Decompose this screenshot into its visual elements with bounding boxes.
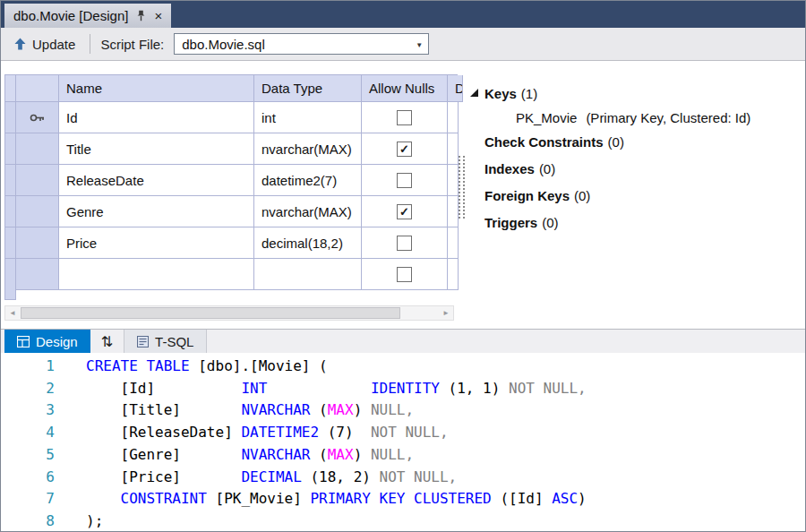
context-section[interactable]: Keys(1) [468, 80, 800, 107]
context-child-item[interactable]: PK_Movie(Primary Key, Clustered: Id) [468, 107, 800, 128]
combo-dropdown-icon[interactable]: ▼ [416, 41, 423, 49]
expander-icon[interactable] [468, 215, 484, 229]
code-token [86, 490, 121, 507]
scrollbar-thumb[interactable] [21, 307, 400, 319]
column-header-name[interactable]: Name [59, 75, 254, 102]
pane-splitter-grip[interactable] [459, 156, 465, 219]
line-number: 8 [1, 511, 55, 532]
code-line[interactable]: 2 [Id] INT IDENTITY (1, 1) NOT NULL, [1, 378, 805, 400]
table-row: Genrenvarchar(MAX)✓ [5, 196, 458, 227]
swap-panes-button[interactable]: ⇅ [90, 330, 124, 353]
column-name-cell[interactable]: ReleaseDate [59, 165, 254, 196]
allow-nulls-checkbox[interactable] [397, 110, 412, 125]
code-token: NOT NULL, [380, 468, 458, 485]
code-line[interactable]: 4 [ReleaseDate] DATETIME2 (7) NOT NULL, [1, 422, 805, 444]
tab-design[interactable]: Design [4, 330, 90, 353]
pin-icon[interactable] [136, 10, 146, 21]
allow-nulls-cell[interactable] [362, 227, 448, 259]
data-type-cell[interactable]: decimal(18,2) [254, 227, 362, 259]
allow-nulls-cell[interactable] [362, 102, 448, 133]
design-surface: Name Data Type Allow Nulls Default Idint… [1, 61, 805, 329]
code-token: NVARCHAR [241, 401, 310, 418]
document-tab[interactable]: dbo.Movie [Design] × [4, 4, 171, 28]
context-section-count: (0) [608, 134, 624, 150]
expander-icon[interactable] [468, 134, 484, 149]
row-margin-cell [5, 227, 16, 259]
code-line[interactable]: 7 CONSTRAINT [PK_Movie] PRIMARY KEY CLUS… [1, 488, 805, 511]
allow-nulls-checkbox[interactable]: ✓ [397, 204, 412, 219]
context-section[interactable]: Check Constraints(0) [468, 128, 800, 155]
tsql-editor[interactable]: 1CREATE TABLE [dbo].[Movie] (2 [Id] INT … [1, 353, 805, 532]
script-file-label: Script File: [100, 37, 164, 52]
data-type-cell[interactable]: nvarchar(MAX) [254, 196, 362, 227]
code-text: [ReleaseDate] DATETIME2 (7) NOT NULL, [55, 422, 449, 444]
allow-nulls-cell[interactable] [362, 165, 448, 196]
context-section-label: Indexes [484, 161, 535, 176]
column-header-allow-nulls[interactable]: Allow Nulls [362, 75, 448, 102]
expander-icon[interactable] [468, 161, 484, 176]
line-number: 5 [1, 444, 55, 467]
column-name-cell[interactable]: Genre [59, 196, 254, 227]
close-icon[interactable]: × [154, 9, 162, 22]
bottom-tab-strip: Design ⇅ T-SQL [1, 329, 805, 353]
scroll-right-icon[interactable]: ► [439, 306, 453, 320]
row-margin-cell [5, 196, 16, 227]
code-line[interactable]: 5 [Genre] NVARCHAR (MAX) NULL, [1, 444, 805, 467]
scroll-left-icon[interactable]: ◄ [5, 306, 20, 320]
line-number: 3 [1, 399, 55, 422]
line-number: 4 [1, 422, 55, 444]
code-token: ) [578, 490, 587, 507]
clipped-default-cell [448, 259, 459, 290]
code-line[interactable]: 8); [1, 511, 805, 532]
code-line[interactable]: 1CREATE TABLE [dbo].[Movie] ( [1, 356, 805, 378]
row-header-cell[interactable] [16, 165, 59, 196]
allow-nulls-cell[interactable]: ✓ [362, 133, 448, 165]
grid-corner-cell [5, 75, 16, 102]
code-text: ); [55, 511, 103, 532]
code-token: CONSTRAINT [121, 490, 207, 507]
row-header-cell[interactable] [16, 227, 59, 259]
context-section-count: (1) [521, 86, 537, 101]
update-button-label: Update [32, 37, 75, 52]
column-name-cell[interactable]: Title [59, 133, 254, 165]
code-token: ) [354, 401, 371, 418]
column-name-cell[interactable]: Price [59, 227, 254, 259]
code-token: NOT NULL, [509, 380, 587, 397]
code-line[interactable]: 6 [Price] DECIMAL (18, 2) NOT NULL, [1, 467, 805, 489]
table-designer-window: dbo.Movie [Design] × Update Script File:… [0, 0, 806, 532]
allow-nulls-checkbox[interactable]: ✓ [397, 142, 412, 157]
grid-horizontal-scrollbar[interactable]: ◄ ► [4, 305, 454, 321]
row-header-cell[interactable] [16, 133, 59, 165]
code-token: MAX [328, 446, 354, 463]
update-button[interactable]: Update [10, 35, 80, 54]
column-name-cell[interactable] [59, 259, 254, 290]
context-section[interactable]: Foreign Keys(0) [468, 182, 800, 209]
allow-nulls-checkbox[interactable] [397, 267, 412, 282]
document-tab-title: dbo.Movie [Design] [13, 8, 128, 23]
columns-designer-grid: Name Data Type Allow Nulls Default Idint… [4, 74, 458, 290]
expander-icon[interactable] [468, 86, 484, 100]
row-header-cell[interactable] [16, 196, 59, 227]
tab-tsql[interactable]: T-SQL [124, 330, 207, 353]
row-header-cell[interactable] [16, 102, 59, 133]
row-header-cell[interactable] [16, 259, 59, 290]
code-line[interactable]: 3 [Title] NVARCHAR (MAX) NULL, [1, 399, 805, 422]
column-name-cell[interactable]: Id [59, 102, 254, 133]
data-type-cell[interactable]: int [254, 102, 362, 133]
context-section[interactable]: Indexes(0) [468, 155, 800, 182]
context-section-count: (0) [542, 215, 558, 230]
data-type-cell[interactable] [254, 259, 362, 290]
data-type-cell[interactable]: datetime2(7) [254, 165, 362, 196]
row-header-corner-cell [16, 75, 59, 102]
allow-nulls-cell[interactable] [362, 259, 448, 290]
context-section[interactable]: Triggers(0) [468, 209, 800, 236]
allow-nulls-cell[interactable]: ✓ [362, 196, 448, 227]
script-file-combobox[interactable]: dbo.Movie.sql ▼ [174, 33, 429, 55]
allow-nulls-checkbox[interactable] [397, 173, 412, 188]
row-margin-cell [5, 102, 16, 133]
allow-nulls-checkbox[interactable] [397, 236, 412, 251]
data-type-cell[interactable]: nvarchar(MAX) [254, 133, 362, 165]
code-token: NULL, [371, 401, 414, 418]
expander-icon[interactable] [468, 188, 484, 202]
column-header-data-type[interactable]: Data Type [254, 75, 362, 102]
